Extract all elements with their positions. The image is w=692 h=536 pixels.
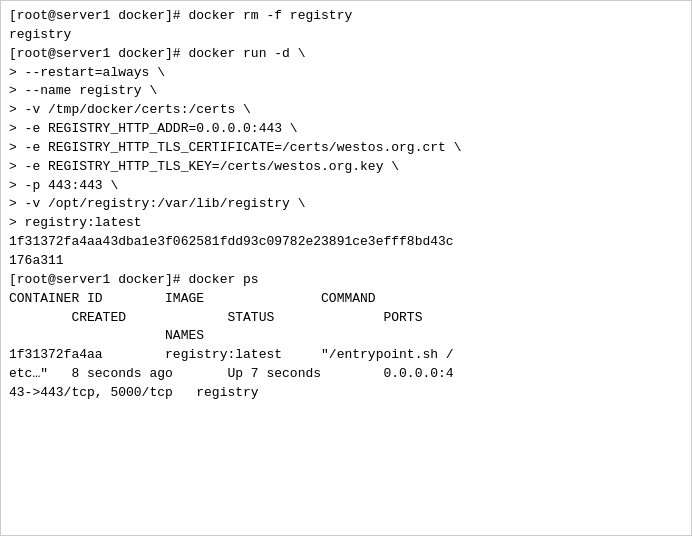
terminal-line: 1f31372fa4aa registry:latest "/entrypoin… <box>9 346 683 365</box>
terminal-line: CONTAINER ID IMAGE COMMAND <box>9 290 683 309</box>
terminal-window: [root@server1 docker]# docker rm -f regi… <box>0 0 692 536</box>
terminal-line: 43->443/tcp, 5000/tcp registry <box>9 384 683 403</box>
terminal-line: > -e REGISTRY_HTTP_TLS_KEY=/certs/westos… <box>9 158 683 177</box>
terminal-line: > registry:latest <box>9 214 683 233</box>
terminal-line: [root@server1 docker]# docker rm -f regi… <box>9 7 683 26</box>
terminal-line: etc…" 8 seconds ago Up 7 seconds 0.0.0.0… <box>9 365 683 384</box>
terminal-line: > -e REGISTRY_HTTP_ADDR=0.0.0.0:443 \ <box>9 120 683 139</box>
terminal-line: > -v /opt/registry:/var/lib/registry \ <box>9 195 683 214</box>
terminal-line: > --restart=always \ <box>9 64 683 83</box>
terminal-line: > -p 443:443 \ <box>9 177 683 196</box>
terminal-line: [root@server1 docker]# docker run -d \ <box>9 45 683 64</box>
terminal-line: NAMES <box>9 327 683 346</box>
terminal-line: > --name registry \ <box>9 82 683 101</box>
terminal-line: 176a311 <box>9 252 683 271</box>
terminal-line: > -e REGISTRY_HTTP_TLS_CERTIFICATE=/cert… <box>9 139 683 158</box>
terminal-line: 1f31372fa4aa43dba1e3f062581fdd93c09782e2… <box>9 233 683 252</box>
terminal-line: registry <box>9 26 683 45</box>
terminal-line: > -v /tmp/docker/certs:/certs \ <box>9 101 683 120</box>
terminal-line: [root@server1 docker]# docker ps <box>9 271 683 290</box>
terminal-line: CREATED STATUS PORTS <box>9 309 683 328</box>
